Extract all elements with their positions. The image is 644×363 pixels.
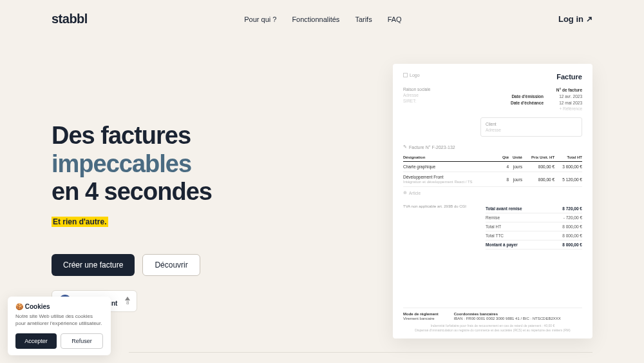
- bank-value: IBAN : FR00 0001 0002 3000 9881 41 / BIC…: [454, 317, 561, 320]
- invoice-legal: Indemnité forfaitaire pour frais de reco…: [403, 324, 582, 332]
- cookie-reject-button[interactable]: Refuser: [61, 333, 103, 349]
- divider: [129, 352, 592, 353]
- tagline: Et rien d'autre.: [52, 217, 108, 227]
- ph-upvote: 8: [125, 297, 130, 306]
- col-qty: Qté: [500, 153, 509, 162]
- invoice-footer: Mode de règlement Virement bancaire Coor…: [403, 308, 582, 320]
- invoice-document: Logo Facture Raison sociale Adresse SIRE…: [393, 64, 592, 338]
- invoice-meta: N° de facture Date d'émission12 avr. 202…: [511, 87, 582, 112]
- meta-emission-value: 12 avr. 2023: [555, 93, 582, 100]
- company-address: Adresse: [403, 93, 430, 97]
- plus-icon: ⊕: [403, 190, 407, 195]
- nav-item-faq[interactable]: FAQ: [388, 15, 402, 23]
- col-total: Total HT: [554, 153, 582, 162]
- invoice-logo-placeholder: Logo: [403, 73, 420, 77]
- invoice-totals: Total avant remise8 720,00 € Remise- 720…: [486, 204, 582, 250]
- client-address: Adresse: [486, 127, 577, 133]
- table-row: Développement FrontIntégration et dévelo…: [403, 172, 582, 187]
- col-price: Prix Unit. HT: [522, 153, 554, 162]
- line-unit: jours: [509, 162, 522, 172]
- table-row: Charte graphique 4 jours 800,00 € 3 600,…: [403, 162, 582, 172]
- logo[interactable]: stabbl: [52, 12, 88, 26]
- line-desc: Développement FrontIntégration et dévelo…: [403, 172, 500, 187]
- nav-item-fonctionnalites[interactable]: Fonctionnalités: [292, 15, 339, 23]
- headline-line1: Des factures: [52, 122, 191, 149]
- cookie-title: 🍪 Cookies: [15, 303, 103, 310]
- legal-line2: Dispensé d'immatriculation au registre d…: [403, 328, 582, 333]
- meta-due-value: 12 mai 2023: [555, 100, 582, 106]
- cookie-accept-button[interactable]: Accepter: [15, 333, 57, 349]
- line-sub: Intégration et développement React / TS: [403, 180, 473, 184]
- client-heading: Client: [486, 121, 577, 127]
- total-row: Total TTC8 000,00 €: [486, 231, 582, 240]
- line-unit: jours: [509, 172, 522, 187]
- invoice-preview: Logo Facture Raison sociale Adresse SIRE…: [393, 64, 592, 338]
- header: stabbl Pour qui ? Fonctionnalités Tarifs…: [0, 0, 644, 38]
- total-row: Total HT8 000,00 €: [486, 222, 582, 231]
- invoice-title: Facture: [556, 73, 582, 81]
- meta-due-label: Date d'échéance: [511, 100, 544, 106]
- nav-item-pour-qui[interactable]: Pour qui ?: [244, 15, 276, 23]
- discover-button[interactable]: Découvrir: [142, 254, 200, 276]
- login-link[interactable]: Log in: [558, 14, 592, 24]
- pencil-icon: ✎: [403, 144, 407, 150]
- doc-number-text: Facture N° F-2023-132: [409, 145, 455, 150]
- col-desc: Désignation: [403, 153, 500, 162]
- invoice-table: Désignation Qté Unité Prix Unit. HT Tota…: [403, 153, 582, 187]
- total-row: Total avant remise8 720,00 €: [486, 204, 582, 213]
- tax-note: TVA non applicable art. 293B du CGI: [403, 204, 466, 250]
- external-link-icon: [586, 16, 592, 23]
- ph-count: 8: [126, 300, 129, 306]
- pay-mode-value: Virement bancaire: [403, 317, 439, 320]
- line-price: 800,00 €: [522, 172, 554, 187]
- headline: Des factures impeccables en 4 secondes: [52, 122, 361, 206]
- nav: Pour qui ? Fonctionnalités Tarifs FAQ: [244, 15, 401, 23]
- invoice-doc-number: ✎ Facture N° F-2023-132: [403, 144, 582, 150]
- line-qty: 4: [500, 162, 509, 172]
- login-label: Log in: [558, 14, 583, 24]
- cookie-banner: 🍪 Cookies Notre site Web utilise des coo…: [8, 297, 111, 355]
- cookie-text: Notre site Web utilise des cookies pour …: [15, 313, 103, 327]
- headline-line3: en 4 secondes: [52, 178, 212, 205]
- line-qty: 8: [500, 172, 509, 187]
- total-row: Montant à payer8 000,00 €: [486, 240, 582, 250]
- meta-ref: + Référence: [555, 106, 582, 112]
- headline-line2: impeccables: [52, 150, 191, 177]
- nav-item-tarifs[interactable]: Tarifs: [355, 15, 372, 23]
- line-total: 5 120,00 €: [554, 172, 582, 187]
- footer-payment: Mode de règlement Virement bancaire: [403, 312, 439, 320]
- line-total: 3 600,00 €: [554, 162, 582, 172]
- company-siret: SIRET:: [403, 99, 430, 103]
- add-article-label: Article: [409, 191, 421, 195]
- invoice-logo-label: Logo: [410, 73, 420, 77]
- line-price: 800,00 €: [522, 162, 554, 172]
- footer-bank: Coordonnées bancaires IBAN : FR00 0001 0…: [454, 312, 561, 320]
- company-name: Raison sociale: [403, 87, 430, 92]
- invoice-client-box: Client Adresse: [480, 117, 582, 137]
- cta-row: Créer une facture Découvrir: [52, 254, 361, 276]
- invoice-company: Raison sociale Adresse SIRET:: [403, 87, 430, 112]
- image-icon: [403, 73, 408, 77]
- add-article: ⊕ Article: [403, 190, 582, 195]
- line-desc: Charte graphique: [403, 162, 500, 172]
- cookie-buttons: Accepter Refuser: [15, 333, 103, 349]
- total-row: Remise- 720,00 €: [486, 213, 582, 222]
- col-unit: Unité: [509, 153, 522, 162]
- main: Des factures impeccables en 4 secondes E…: [0, 38, 644, 338]
- meta-num-label: N° de facture: [556, 87, 582, 93]
- meta-emission-label: Date d'émission: [511, 93, 544, 100]
- create-invoice-button[interactable]: Créer une facture: [52, 254, 135, 276]
